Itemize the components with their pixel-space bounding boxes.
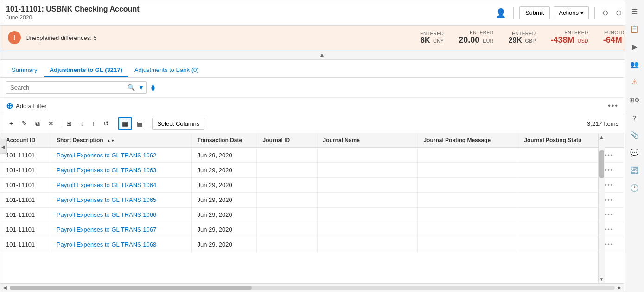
sidebar-clock-btn[interactable]: 🕐	[627, 180, 643, 196]
search-icon: 🔍	[128, 84, 135, 91]
short-desc-link[interactable]: Payroll Expenses to GL TRANS 1068	[57, 241, 156, 248]
tab-adjustments-bank[interactable]: Adjustments to Bank (0)	[129, 64, 204, 77]
table-row: 101-11101 Payroll Expenses to GL TRANS 1…	[0, 148, 624, 163]
submit-button[interactable]: Submit	[519, 6, 550, 19]
col-label-posting-status: Journal Posting Statu	[524, 137, 581, 143]
cell-journal-name	[317, 222, 418, 237]
short-desc-link[interactable]: Payroll Expenses to GL TRANS 1064	[57, 182, 156, 188]
scroll-up-button[interactable]: ▲	[599, 133, 605, 141]
add-filter-button[interactable]: ⊕ Add a Filter	[6, 101, 46, 111]
cell-account-id: 101-11101	[0, 148, 51, 163]
short-desc-link[interactable]: Payroll Expenses to GL TRANS 1067	[57, 226, 156, 233]
actions-button[interactable]: Actions ▾	[554, 6, 589, 19]
data-table: Account ID Short Description ▲▼ Transact…	[0, 133, 624, 252]
cell-journal-id	[257, 222, 317, 237]
cell-journal-name	[317, 208, 418, 222]
list-view-button[interactable]: ▤	[134, 117, 146, 130]
delete-button[interactable]: ✕	[45, 117, 57, 130]
cell-posting-msg	[418, 193, 518, 208]
cell-journal-id	[257, 163, 317, 178]
filter-icon[interactable]: ⧫	[150, 82, 156, 93]
cell-trans-date: Jun 29, 2020	[191, 148, 257, 163]
short-desc-link[interactable]: Payroll Expenses to GL TRANS 1063	[57, 167, 156, 174]
scroll-left-button[interactable]: ◀	[2, 285, 8, 290]
back-circle-btn[interactable]: ⊙	[600, 6, 610, 19]
stat-gbp-value: 29K GBP	[508, 36, 536, 45]
collapse-bar[interactable]: ▲	[0, 50, 644, 60]
left-collapse-button[interactable]: ◀	[0, 138, 7, 154]
cell-journal-name	[317, 193, 418, 208]
user-icon-btn[interactable]: 👤	[494, 6, 508, 20]
warning-icon-text: !	[13, 34, 16, 41]
scroll-thumb[interactable]	[599, 150, 604, 178]
warning-banner: ! Unexplained differences: 5 ENTERED 8K …	[0, 26, 644, 50]
stat-usd-entered-value: -438M USD	[550, 35, 588, 45]
horizontal-scrollbar-thumb[interactable]	[10, 286, 252, 290]
refresh-button[interactable]: ↺	[100, 117, 112, 130]
cell-posting-status	[518, 222, 599, 237]
scroll-right-button[interactable]: ▶	[617, 285, 622, 290]
row-actions-icon[interactable]: •••	[605, 196, 614, 203]
cell-account-id: 101-11101	[0, 237, 51, 252]
scroll-down-button[interactable]: ▼	[599, 275, 605, 283]
cell-short-desc: Payroll Expenses to GL TRANS 1063	[51, 163, 191, 178]
select-columns-button[interactable]: Select Columns	[152, 118, 204, 130]
sidebar-group-btn[interactable]: 👥	[627, 60, 643, 72]
row-actions-icon[interactable]: •••	[605, 152, 614, 159]
copy-button[interactable]: ⧉	[32, 117, 43, 130]
table-row: 101-11101 Payroll Expenses to GL TRANS 1…	[0, 208, 624, 222]
short-desc-link[interactable]: Payroll Expenses to GL TRANS 1062	[57, 152, 156, 159]
cell-journal-id	[257, 193, 317, 208]
tabs-bar: Summary Adjustments to GL (3217) Adjustm…	[0, 60, 624, 78]
sidebar-grid-settings-btn[interactable]: ⊞⚙	[627, 92, 643, 108]
cell-journal-name	[317, 178, 418, 193]
row-actions-icon[interactable]: •••	[605, 167, 614, 174]
page-title: 101-11101: USBNK Checking Account	[6, 5, 140, 13]
table-container: Account ID Short Description ▲▼ Transact…	[0, 133, 624, 283]
sidebar-alert-btn[interactable]: ⚠	[627, 74, 643, 90]
short-desc-link[interactable]: Payroll Expenses to GL TRANS 1066	[57, 211, 156, 218]
cell-posting-msg	[418, 163, 518, 178]
horizontal-scrollbar-track[interactable]	[10, 286, 615, 290]
filter-more-icon[interactable]: •••	[608, 102, 618, 110]
row-actions-icon[interactable]: •••	[605, 241, 614, 248]
cell-short-desc: Payroll Expenses to GL TRANS 1066	[51, 208, 191, 222]
cell-trans-date: Jun 29, 2020	[191, 178, 257, 193]
filter-toggle-icon[interactable]: ▼	[136, 84, 146, 91]
cell-account-id: 101-11101	[0, 222, 51, 237]
stat-eur-value: 20.00 EUR	[459, 35, 493, 45]
search-input[interactable]	[6, 82, 136, 93]
download-button[interactable]: ↓	[77, 117, 87, 130]
page-header: 101-11101: USBNK Checking Account June 2…	[0, 0, 644, 26]
tab-summary[interactable]: Summary	[6, 64, 43, 77]
warning-stats: ENTERED 8K CNY ENTERED 20.00 EUR ENTERED…	[420, 30, 636, 45]
sidebar-help-btn[interactable]: ?	[627, 110, 643, 125]
cell-posting-msg	[418, 222, 518, 237]
cell-posting-msg	[418, 208, 518, 222]
stat-gbp-label: ENTERED	[512, 31, 536, 36]
sidebar-sync-btn[interactable]: 🔄	[627, 162, 643, 178]
cell-account-id: 101-11101	[0, 163, 51, 178]
cell-journal-name	[317, 237, 418, 252]
sidebar-paperclip-btn[interactable]: 📎	[627, 127, 643, 143]
upload-button[interactable]: ↑	[89, 117, 98, 130]
toolbar-divider-1	[60, 119, 60, 128]
cell-trans-date: Jun 29, 2020	[191, 208, 257, 222]
row-actions-icon[interactable]: •••	[605, 182, 614, 188]
stat-cny-value: 8K CNY	[421, 36, 444, 45]
sidebar-comment-btn[interactable]: 💬	[627, 145, 643, 161]
warning-message: Unexplained differences: 5	[26, 34, 97, 41]
vertical-scrollbar: ▲ ▼	[598, 133, 605, 283]
cell-posting-msg	[418, 148, 518, 163]
grid-view-button[interactable]: ▦	[118, 117, 132, 130]
edit-button[interactable]: ✎	[18, 117, 30, 130]
col-header-journal-name: Journal Name	[317, 133, 418, 148]
add-row-button[interactable]: +	[6, 117, 16, 130]
forward-circle-btn[interactable]: ⊙	[614, 6, 624, 19]
row-actions-icon[interactable]: •••	[605, 211, 614, 218]
column-settings-button[interactable]: ⊞	[63, 117, 75, 130]
row-actions-icon[interactable]: •••	[605, 226, 614, 233]
sort-arrows-short-desc[interactable]: ▲▼	[107, 139, 115, 143]
tab-adjustments-gl[interactable]: Adjustments to GL (3217)	[44, 64, 128, 77]
short-desc-link[interactable]: Payroll Expenses to GL TRANS 1065	[57, 196, 156, 203]
